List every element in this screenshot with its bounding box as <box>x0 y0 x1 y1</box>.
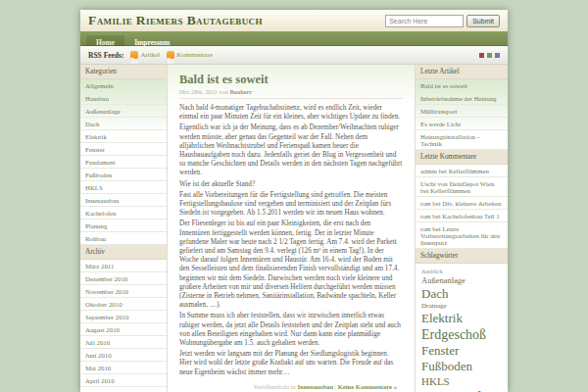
recent-comment-link[interactable]: tom bei Kachelofenbau Teil 1 <box>416 210 508 221</box>
content-area: KategorienAllgemeinHausbauAußenanlageDac… <box>80 65 508 392</box>
tag-link[interactable]: Drainage <box>421 303 502 311</box>
list-item: November 2010 <box>80 285 167 298</box>
recent-post-link[interactable]: Mülltransport <box>416 105 508 117</box>
category-link[interactable]: Dach <box>80 118 167 129</box>
list-item: Rohbau <box>80 232 167 245</box>
post-comments-link[interactable]: Keine Kommentare » <box>338 383 397 390</box>
tag-cloud: AusblickAußenanlageDachDrainageElektrikE… <box>416 264 508 392</box>
archive-link[interactable]: Dezember 2010 <box>80 272 167 284</box>
archive-link[interactable]: Oktober 2010 <box>80 298 167 310</box>
tag-link[interactable]: Dach <box>421 287 502 302</box>
list-item: Es werde Licht <box>416 118 508 130</box>
style-switcher-icon[interactable] <box>487 53 492 58</box>
recent-comment-link[interactable]: tom bei Letzte Vorbereitungsarbeiten für… <box>416 222 508 248</box>
category-link[interactable]: Rohbau <box>80 232 167 244</box>
published-in-label: Veröffentlicht in <box>253 383 297 390</box>
rss-feeds-label: RSS Feeds: <box>88 51 123 60</box>
category-link[interactable]: Elektrik <box>80 130 167 142</box>
list-item: Außenanlage <box>80 105 167 118</box>
widget-title-archiv: Archiv <box>80 245 167 260</box>
archive-link[interactable]: März 2010 <box>80 387 167 392</box>
list-item: Mai 2010 <box>80 362 167 374</box>
tag-link[interactable]: HKLS <box>421 375 502 387</box>
category-link[interactable]: Kachelofen <box>80 207 167 219</box>
main-nav: HomeImpressum <box>80 31 508 46</box>
style-switcher-icon[interactable] <box>479 53 484 58</box>
widget-list-letzte-kommentare: admin bei KellerflämmenUschi von DeinDep… <box>416 165 508 249</box>
rss-feed-kommentare[interactable]: Kommentare <box>167 51 213 59</box>
search-submit-button[interactable]: Submit <box>466 15 500 27</box>
widget-title-letzte-artikel: Letzte Artikel <box>416 65 508 79</box>
recent-post-link[interactable]: Heizungsinstallation – Technik <box>416 130 508 149</box>
list-item: tom bei Kachelofenbau Teil 1 <box>416 210 508 222</box>
rss-feed-link[interactable]: Artikel <box>140 51 160 59</box>
style-switcher-icon[interactable] <box>495 53 500 58</box>
category-link[interactable]: Innenausbau <box>80 194 167 206</box>
category-link[interactable]: Fundament <box>80 156 167 168</box>
post-paragraph: Nach bald 4-monatiger Tagebuchabstinenz,… <box>179 104 403 122</box>
archive-link[interactable]: März 2011 <box>80 260 167 271</box>
tag-link[interactable]: Fußboden <box>421 360 502 374</box>
archive-link[interactable]: September 2010 <box>80 311 167 322</box>
archive-link[interactable]: Juni 2010 <box>80 349 167 361</box>
tag-link[interactable]: Außenanlage <box>421 276 502 286</box>
category-link[interactable]: Fenster <box>80 143 167 155</box>
list-item: Kachelofen <box>80 207 167 220</box>
widget-list-archiv: März 2011Dezember 2010November 2010Oktob… <box>80 260 167 392</box>
post-paragraph: In Summe muss ich aber feststellen, dass… <box>179 312 403 348</box>
list-item: März 2011 <box>80 260 167 272</box>
archive-link[interactable]: August 2010 <box>80 323 167 335</box>
archive-link[interactable]: Juli 2010 <box>80 336 167 348</box>
recent-post-link[interactable]: Es werde Licht <box>416 118 508 129</box>
page-container: Familie Riemers Bautagebuch Submit HomeI… <box>80 10 508 392</box>
search-form: Submit <box>385 15 500 27</box>
post-footer: Veröffentlicht in Innenausbau | Keine Ko… <box>179 383 403 390</box>
recent-comment-link[interactable]: Uschi von DeinDepot Wien bei Kellerflämm… <box>416 177 508 196</box>
archive-link[interactable]: April 2010 <box>80 374 167 386</box>
list-item: HKLS <box>80 181 167 194</box>
tag-link[interactable]: Erdgeschoß <box>421 327 502 343</box>
archive-link[interactable]: November 2010 <box>80 285 167 297</box>
list-item: Allgemein <box>80 79 167 92</box>
recent-comment-link[interactable]: admin bei Kellerflämmen <box>416 165 508 176</box>
post-meta: Mrz 28th, 2011 von Bauherr <box>179 88 403 99</box>
list-item: admin bei Kellerflämmen <box>416 165 508 177</box>
list-item: Hausbau <box>80 92 167 105</box>
sidebar-right: Letzte ArtikelBald ist es soweitInbetrie… <box>415 65 508 392</box>
list-item: tom bei Letzte Vorbereitungsarbeiten für… <box>416 222 508 249</box>
post-bald-ist-es-soweit: Bald ist es soweitMrz 28th, 2011 von Bau… <box>179 73 403 390</box>
recent-post-link[interactable]: Bald ist es soweit <box>416 79 508 91</box>
post-title[interactable]: Bald ist es soweit <box>179 73 403 87</box>
list-item: Juni 2010 <box>80 349 167 362</box>
category-link[interactable]: HKLS <box>80 181 167 193</box>
rss-feed-link[interactable]: Kommentare <box>176 51 213 59</box>
category-link[interactable]: Hausbau <box>80 92 167 104</box>
list-item: Fußboden <box>80 169 167 181</box>
category-link[interactable]: Fußboden <box>80 169 167 180</box>
post-category-link[interactable]: Innenausbau <box>297 383 333 390</box>
search-input[interactable] <box>385 15 464 27</box>
recent-comment-link[interactable]: tom bei Div. kleinere Arbeiten <box>416 197 508 209</box>
tag-link[interactable]: Ausblick <box>421 269 502 275</box>
list-item: Inbetriebnahme der Heizung <box>416 92 508 105</box>
list-item: Planung <box>80 220 167 232</box>
list-item: August 2010 <box>80 323 167 336</box>
list-item: April 2010 <box>80 374 167 387</box>
category-link[interactable]: Allgemein <box>80 79 167 91</box>
archive-link[interactable]: Mai 2010 <box>80 362 167 373</box>
list-item: Juli 2010 <box>80 336 167 349</box>
rss-feed-artikel[interactable]: Artikel <box>130 51 160 59</box>
recent-post-link[interactable]: Inbetriebnahme der Heizung <box>416 92 508 104</box>
post-paragraph: Jetzt werden wir langsam mit der Planung… <box>179 350 403 377</box>
tag-link[interactable]: Fenster <box>421 344 502 359</box>
post-paragraph: Der Fliesenleger ist bis auf ein paar Kl… <box>179 220 403 310</box>
widget-list-kategorien: AllgemeinHausbauAußenanlageDachElektrikF… <box>80 79 167 245</box>
list-item: Heizungsinstallation – Technik <box>416 130 508 150</box>
list-item: Fundament <box>80 156 167 169</box>
category-link[interactable]: Außenanlage <box>80 105 167 117</box>
tag-link[interactable]: Elektrik <box>421 312 502 326</box>
site-title: Familie Riemers Bautagebuch <box>88 13 263 28</box>
list-item: Dezember 2010 <box>80 272 167 285</box>
category-link[interactable]: Planung <box>80 220 167 231</box>
list-item: Mülltransport <box>416 105 508 118</box>
